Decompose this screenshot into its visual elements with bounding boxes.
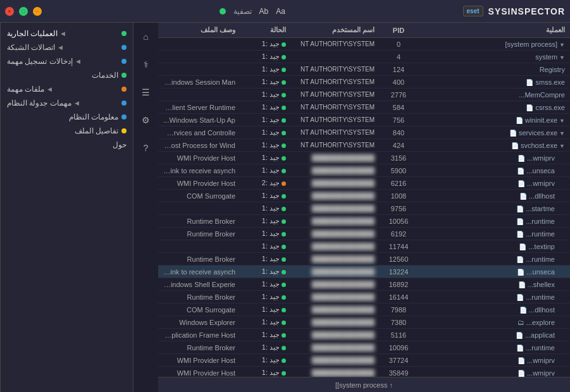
probe-icon[interactable]: ⚕ [137,56,155,73]
table-row[interactable]: ▼wininit.exe 📄756NT AUTHORITY\SYSTEMجيد … [158,114,570,126]
table-row[interactable]: explore... 🗂7380██████████████جيد :1Wind… [158,316,570,329]
statusbar-text: [[system process ↑ [335,381,393,389]
cell-desc-22: Windows Explorer [158,316,240,329]
cell-pid-0: 0 [380,38,418,51]
status-indicator [220,8,226,15]
cell-desc-3: Windows Session Man... [158,76,240,89]
cell-user-0: NT AUTHORITY\SYSTEM [291,38,380,51]
cell-pid-25: 37724 [380,354,418,367]
table-header-row: العملية PID اسم المستخدم الحالة وصف المل… [158,23,570,38]
table-row[interactable]: MemCompre...2776NT AUTHORITY\SYSTEMجيد :… [158,89,570,101]
cell-user-15: ██████████████ [291,228,380,240]
cell-desc-8: Host Process for Wind... [158,139,240,152]
close-button[interactable]: × [5,7,14,16]
process-table-container[interactable]: العملية PID اسم المستخدم الحالة وصف المل… [158,23,570,377]
cell-process-5: csrss.exe 📄 [418,101,570,114]
table-row[interactable]: ▼services.exe 📄840NT AUTHORITY\SYSTEMجيد… [158,126,570,139]
cell-state-17: جيد :1 [240,253,291,266]
sidebar-item-network-connections[interactable]: ◀اتصالات الشبكة [1,40,133,54]
cell-process-0: ▼[system process] [418,38,570,51]
table-row[interactable]: ▼[system process]0NT AUTHORITY\SYSTEMجيد… [158,38,570,51]
help-icon[interactable]: ? [137,139,155,157]
col-pid: PID [380,23,418,38]
main-container: العملية PID اسم المستخدم الحالة وصف المل… [0,23,570,392]
table-row[interactable]: dllhost... 📄1008██████████████جيد :1COM … [158,190,570,202]
cell-user-22: ██████████████ [291,316,380,329]
sidebar-label-file-details: تفاصيل الملف [75,126,118,135]
cell-state-19: جيد :1 [240,278,291,291]
sidebar-item-important-entries[interactable]: ◀إدخالات تسجيل مهمة [1,54,133,68]
sidebar: ◀العمليات الجارية◀اتصالات الشبكة◀إدخالات… [0,23,133,392]
gear-icon[interactable]: ⚙ [137,111,155,129]
cell-process-4: MemCompre... [418,89,570,101]
table-row[interactable]: smss.exe 📄400NT AUTHORITY\SYSTEMجيد :1Wi… [158,76,570,89]
table-row[interactable]: wmiprv... 📄3156██████████████جيد :1WMI P… [158,152,570,164]
table-row[interactable]: ▼system4جيد :1 [158,51,570,63]
table-row[interactable]: dllhost... 📄7988██████████████جيد :1COM … [158,303,570,316]
titlebar: × □ − تصفية Ab Aa eset SYSINSPECTOR [0,0,570,23]
sidebar-item-about[interactable]: حول [1,138,133,152]
table-row[interactable]: Registry124NT AUTHORITY\SYSTEMجيد :1 [158,63,570,76]
table-row[interactable]: unseca... 📄5900██████████████جيد :1Sink … [158,164,570,177]
cell-process-16: textinp... 📄 [418,240,570,253]
cell-process-3: smss.exe 📄 [418,76,570,89]
cell-state-11: جيد :2 [240,177,291,190]
cell-user-5: NT AUTHORITY\SYSTEM [291,101,380,114]
cell-user-12: ██████████████ [291,190,380,202]
table-row[interactable]: textinp... 📄11744██████████████جيد :1 [158,240,570,253]
table-row[interactable]: csrss.exe 📄584NT AUTHORITY\SYSTEMجيد :1C… [158,101,570,114]
sidebar-item-important-files[interactable]: ◀ملفات مهمة [1,82,133,96]
cell-process-1: ▼system [418,51,570,63]
cell-desc-2 [158,63,240,76]
cell-user-20: ██████████████ [291,291,380,303]
table-row[interactable]: wmiprv... 📄6216██████████████جيد :2WMI P… [158,177,570,190]
cell-process-25: wmiprv... 📄 [418,354,570,367]
table-row[interactable]: runtime... 📄12560██████████████جيد :1Run… [158,253,570,266]
cell-desc-10: Sink to receive asynch... [158,164,240,177]
cell-user-23: ██████████████ [291,329,380,341]
sidebar-item-scheduled-tasks[interactable]: ◀مهمات جدولة النظام [1,96,133,110]
sidebar-item-running-processes[interactable]: ◀العمليات الجارية [1,27,133,40]
table-row[interactable]: shellex... 📄16892██████████████جيد :1Win… [158,278,570,291]
list-icon[interactable]: ☰ [137,83,155,101]
cell-pid-4: 2776 [380,89,418,101]
cell-desc-18: Sink to receive asynch... [158,266,240,278]
cell-desc-7: Services and Controlle... [158,126,240,139]
table-row[interactable]: runtime... 📄10056██████████████جيد :1Run… [158,215,570,228]
cell-state-2: جيد :1 [240,63,291,76]
cell-user-2: NT AUTHORITY\SYSTEM [291,63,380,76]
table-row[interactable]: startme... 📄9756██████████████جيد :1 [158,202,570,215]
table-row[interactable]: wmiprv... 📄35849██████████████جيد :1WMI … [158,367,570,377]
cell-pid-5: 584 [380,101,418,114]
cell-process-9: wmiprv... 📄 [418,152,570,164]
sidebar-label-services: الخدمات [92,71,118,80]
cell-user-13: ██████████████ [291,202,380,215]
cell-pid-1: 4 [380,51,418,63]
sidebar-dot-important-files [121,87,127,92]
table-row[interactable]: ▼svchost.exe 📄424NT AUTHORITY\SYSTEMجيد … [158,139,570,152]
maximize-button[interactable]: □ [19,7,28,16]
cell-state-0: جيد :1 [240,38,291,51]
cell-state-22: جيد :1 [240,316,291,329]
home-icon[interactable]: ⌂ [137,28,155,46]
table-row[interactable]: runtime... 📄16144██████████████جيد :1Run… [158,291,570,303]
cell-process-8: ▼svchost.exe 📄 [418,139,570,152]
cell-pid-26: 35849 [380,367,418,377]
sidebar-label-important-entries: إدخالات تسجيل مهمة [7,57,73,66]
sidebar-item-system-info[interactable]: معلومات النظام [1,110,133,124]
table-row[interactable]: unseca... 📄13224██████████████جيد :1Sink… [158,266,570,278]
table-row[interactable]: runtime... 📄10096██████████████جيد :1Run… [158,341,570,354]
cell-desc-13 [158,202,240,215]
sidebar-dot-network-connections [121,45,127,50]
window-controls: × □ − [5,7,42,16]
minimize-button[interactable]: − [33,7,42,16]
cell-process-24: runtime... 📄 [418,341,570,354]
sidebar-item-file-details[interactable]: تفاصيل الملف [1,124,133,138]
cell-state-9: جيد :1 [240,152,291,164]
table-row[interactable]: runtime... 📄6192██████████████جيد :1Runt… [158,228,570,240]
sidebar-item-services[interactable]: الخدمات [1,68,133,82]
table-row[interactable]: wmiprv... 📄37724██████████████جيد :1WMI … [158,354,570,367]
chevron-icon-important-entries: ◀ [76,58,80,64]
table-row[interactable]: applicat... 📄5116██████████████جيد :1App… [158,329,570,341]
cell-state-7: جيد :1 [240,126,291,139]
